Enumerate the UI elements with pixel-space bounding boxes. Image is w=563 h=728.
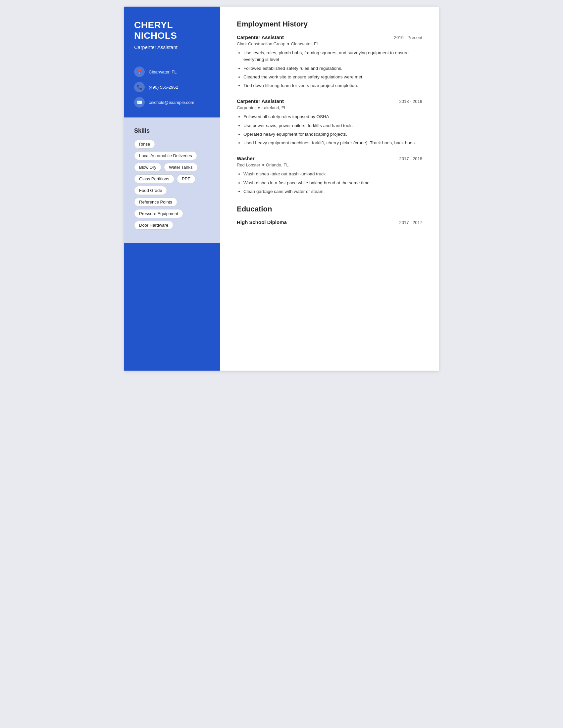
job-location: Orlando, FL xyxy=(266,162,289,167)
bullet-item: Cleaned the work site to ensure safety r… xyxy=(243,74,422,80)
contact-email: ✉️ cnichols@example.com xyxy=(134,97,210,108)
bullet-item: Followed established safety rules and re… xyxy=(243,65,422,72)
dot-separator xyxy=(288,43,289,45)
job-header: Carpenter Assistant2019 - Present xyxy=(237,34,422,40)
bullet-item: Use levels, rules, plumb bobs, framing s… xyxy=(243,50,422,63)
skill-tag: Reference Points xyxy=(134,198,177,206)
contact-phone: 📞 (490) 555-2962 xyxy=(134,82,210,92)
bullet-item: Used heavy equipment machines, forklift,… xyxy=(243,140,422,146)
edu-dates: 2017 - 2017 xyxy=(399,220,422,225)
education-heading: Education xyxy=(237,205,422,213)
dot-separator xyxy=(262,164,264,166)
education-section: Education High School Diploma2017 - 2017 xyxy=(237,205,422,225)
bullet-item: Clean garbage cans with water or steam. xyxy=(243,188,422,195)
skill-tag: Water Tanks xyxy=(164,163,198,172)
bullet-item: Wash dishes in a fast pace while baking … xyxy=(243,180,422,186)
job-bullets: Wash dishes -take out trash -unload truc… xyxy=(237,171,422,195)
job-title: Carpenter Assistant xyxy=(237,34,284,40)
company-name: Red Lobster xyxy=(237,162,260,167)
dot-separator xyxy=(258,107,259,109)
skill-tag: Food Grade xyxy=(134,186,167,195)
job-header: Carpenter Assistant2018 - 2019 xyxy=(237,98,422,104)
job-location: Lakeland, FL xyxy=(261,105,287,110)
candidate-title: Carpenter Assistant xyxy=(134,44,210,50)
job-bullets: Followed all safety rules imposed by OSH… xyxy=(237,114,422,146)
contact-location: 📍 Clearwater, FL xyxy=(134,67,210,77)
skills-section: Skills RinseLocal Automobile DeliveriesB… xyxy=(124,117,220,243)
candidate-name: CHERYL NICHOLS xyxy=(134,20,210,41)
phone-icon: 📞 xyxy=(134,82,145,92)
job-dates: 2017 - 2018 xyxy=(399,156,422,161)
skills-heading: Skills xyxy=(134,127,210,134)
bullet-item: Operated heavy equipment for landscaping… xyxy=(243,131,422,138)
job-title: Carpenter Assistant xyxy=(237,98,284,104)
skill-tag: Pressure Equipment xyxy=(134,209,183,218)
sidebar-header: CHERYL NICHOLS Carpenter Assistant xyxy=(124,7,220,60)
edu-title: High School Diploma xyxy=(237,219,287,225)
main-content: Employment History Carpenter Assistant20… xyxy=(220,7,439,371)
job-entry: Carpenter Assistant2018 - 2019Carpenter … xyxy=(237,98,422,146)
bullet-item: Use power saws, power nailers, forklifts… xyxy=(243,122,422,129)
skill-tag: Door Hardware xyxy=(134,221,173,230)
skill-tag: Rinse xyxy=(134,140,155,149)
job-header: Washer2017 - 2018 xyxy=(237,156,422,161)
sidebar: CHERYL NICHOLS Carpenter Assistant 📍 Cle… xyxy=(124,7,220,371)
bullet-item: Tied down filtering foam for vents near … xyxy=(243,82,422,89)
edu-container: High School Diploma2017 - 2017 xyxy=(237,219,422,225)
company-name: Carpenter xyxy=(237,105,256,110)
email-icon: ✉️ xyxy=(134,97,145,108)
job-company: Clark Construction Group Clearwater, FL xyxy=(237,41,422,46)
skills-list: RinseLocal Automobile DeliveriesBlow Dry… xyxy=(134,140,210,230)
job-title: Washer xyxy=(237,156,255,161)
resume-container: CHERYL NICHOLS Carpenter Assistant 📍 Cle… xyxy=(124,7,439,371)
company-name: Clark Construction Group xyxy=(237,41,286,46)
jobs-container: Carpenter Assistant2019 - PresentClark C… xyxy=(237,34,422,195)
skill-tag: Blow Dry xyxy=(134,163,161,172)
location-icon: 📍 xyxy=(134,67,145,77)
skill-tag: PPE xyxy=(177,174,195,183)
job-entry: Carpenter Assistant2019 - PresentClark C… xyxy=(237,34,422,89)
edu-entry: High School Diploma2017 - 2017 xyxy=(237,219,422,225)
job-dates: 2019 - Present xyxy=(394,35,422,40)
employment-heading: Employment History xyxy=(237,20,422,28)
bullet-item: Followed all safety rules imposed by OSH… xyxy=(243,114,422,120)
bullet-item: Wash dishes -take out trash -unload truc… xyxy=(243,171,422,177)
job-bullets: Use levels, rules, plumb bobs, framing s… xyxy=(237,50,422,89)
skill-tag: Glass Partitions xyxy=(134,174,174,183)
job-location: Clearwater, FL xyxy=(291,41,319,46)
job-company: Red Lobster Orlando, FL xyxy=(237,162,422,167)
job-dates: 2018 - 2019 xyxy=(399,99,422,104)
skill-tag: Local Automobile Deliveries xyxy=(134,151,197,160)
job-entry: Washer2017 - 2018Red Lobster Orlando, FL… xyxy=(237,156,422,195)
job-company: Carpenter Lakeland, FL xyxy=(237,105,422,110)
contact-section: 📍 Clearwater, FL 📞 (490) 555-2962 ✉️ cni… xyxy=(124,60,220,117)
